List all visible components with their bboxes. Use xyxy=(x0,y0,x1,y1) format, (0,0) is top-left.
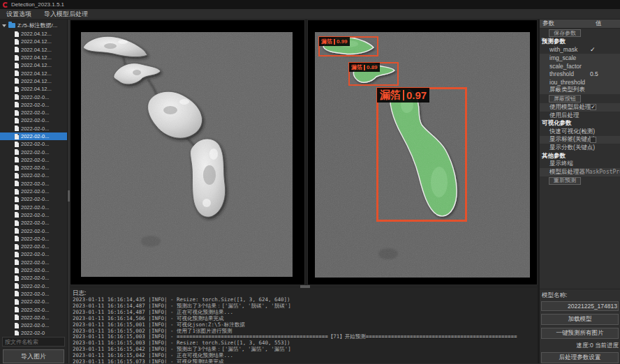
horizontal-scrollbar[interactable] xyxy=(70,285,538,288)
tree-item[interactable]: 2022-02-0... xyxy=(0,204,67,211)
param-row[interactable]: 显示标签(关键点) xyxy=(540,136,620,144)
file-icon xyxy=(15,331,19,335)
load-model-button[interactable]: 加载模型 xyxy=(541,314,619,325)
original-image-panel[interactable] xyxy=(70,20,305,285)
tree-item[interactable]: 2022-02-0... xyxy=(0,125,67,132)
prediction-image-panel[interactable]: 漏箔0.99漏箔0.89漏箔0.97 xyxy=(307,20,538,285)
tree-item[interactable]: 2022-02-0... xyxy=(0,148,67,156)
tree-item-label: 2022-02-0... xyxy=(21,314,49,321)
tree-item[interactable]: 2022.04.12... xyxy=(0,61,67,69)
filename-search-input[interactable] xyxy=(2,337,65,347)
tree-item[interactable]: 2022-02-0... xyxy=(0,156,67,164)
postprocess-settings-button[interactable]: 后处理参数设置 xyxy=(541,352,619,363)
param-button[interactable]: 屏蔽按钮 xyxy=(549,95,581,103)
tree-item[interactable]: 2022-02-0... xyxy=(0,290,67,298)
tree-item[interactable]: 2022-02-0... xyxy=(0,282,67,290)
param-row[interactable]: 显示分数(关键点) xyxy=(540,144,620,152)
tree-item[interactable]: 2022.04.12... xyxy=(0,30,67,38)
scrollbar-handle[interactable] xyxy=(300,285,310,288)
tree-item[interactable]: 2022-02-0... xyxy=(0,172,67,179)
tree-item[interactable]: 2022-02-0... xyxy=(0,132,67,140)
tree-item[interactable]: 2022-02-0... xyxy=(0,321,67,329)
detection-label: 漏箔0.97 xyxy=(377,88,429,103)
tree-item[interactable]: 2022-02-0... xyxy=(0,195,67,203)
param-row[interactable]: 使用模型后处理✓ xyxy=(540,103,620,112)
param-row[interactable]: img_scale xyxy=(540,54,620,62)
tree-item[interactable]: 2022-02-0... xyxy=(0,259,67,266)
param-section-row: 可视化参数 xyxy=(540,119,620,128)
tree-item[interactable]: 2022-02-0... xyxy=(0,116,67,124)
tree-item[interactable]: 2022-02-0... xyxy=(0,101,67,109)
tree-item[interactable]: 2022.04.12... xyxy=(0,85,67,93)
param-row[interactable]: 模型后处理器MaskPostPro xyxy=(540,168,620,176)
tree-item[interactable]: 2022.04.12... xyxy=(0,69,67,77)
param-button[interactable]: 重新预测 xyxy=(549,177,581,185)
log-area[interactable]: 日志: 2023-01-11 16:16:14,435 |INFO| - Res… xyxy=(70,288,538,363)
menu-item-import-postprocess[interactable]: 导入模型后处理 xyxy=(38,9,94,19)
tree-item-label: 2022-02-0... xyxy=(21,322,49,328)
value-column-header: 值 xyxy=(596,20,602,28)
checkbox-checked[interactable]: ✓ xyxy=(590,104,596,110)
tree-item[interactable]: 2022.04.12... xyxy=(0,38,67,45)
param-row[interactable]: iou_threshold xyxy=(540,78,620,86)
tree-item[interactable]: 2022-02-0... xyxy=(0,266,67,274)
expand-arrow-icon[interactable] xyxy=(2,24,6,27)
label-separator xyxy=(364,65,365,70)
param-label: 显示分数(关键点) xyxy=(549,144,595,152)
tree-item[interactable]: 2022.04.12... xyxy=(0,54,67,61)
tree-item[interactable]: 2022-02-0... xyxy=(0,219,67,227)
file-tree[interactable]: Z:/5-标注数据/... 2022.04.12...2022.04.12...… xyxy=(0,20,67,335)
param-label: threshold xyxy=(549,70,574,77)
file-icon xyxy=(15,126,19,131)
tree-item-label: 2022-02-0... xyxy=(21,172,49,179)
file-icon xyxy=(15,197,19,202)
predict-all-button[interactable]: 一键预测所有图片 xyxy=(541,328,619,339)
model-section: 模型名称: 20221225_174813 加载模型 一键预测所有图片 速度:0… xyxy=(540,289,620,363)
tree-item[interactable]: 2022-02-0... xyxy=(0,227,67,234)
param-row[interactable]: 屏蔽类型列表 xyxy=(540,86,620,95)
param-row[interactable]: with_mask✓ xyxy=(540,46,620,54)
tree-item-label: 2022-02-0... xyxy=(21,204,49,211)
tree-item[interactable]: 2022-02-0... xyxy=(0,93,67,100)
tree-item[interactable]: 2022-02-0... xyxy=(0,305,67,313)
param-row[interactable]: 显示终端 xyxy=(540,160,620,168)
tree-item[interactable]: 2022-02-0... xyxy=(0,140,67,148)
file-icon xyxy=(15,118,19,123)
tree-item-label: 2022-02-0... xyxy=(21,267,49,273)
tree-item[interactable]: 2022-02-0... xyxy=(0,109,67,116)
tree-item[interactable]: 2022-02-0... xyxy=(0,180,67,188)
tree-item[interactable]: 2022-02-0... xyxy=(0,243,67,250)
param-button[interactable]: 保存参数 xyxy=(549,29,581,37)
menu-item-settings[interactable]: 设置选项 xyxy=(0,9,38,19)
file-icon xyxy=(15,39,19,45)
file-sidebar: Z:/5-标注数据/... 2022.04.12...2022.04.12...… xyxy=(0,20,68,363)
detection-label: 漏箔0.99 xyxy=(319,37,350,46)
param-row[interactable]: threshold0.5 xyxy=(540,70,620,78)
tree-root-folder[interactable]: Z:/5-标注数据/... xyxy=(0,21,67,30)
file-icon xyxy=(15,149,19,155)
param-section-row: 其他参数 xyxy=(540,152,620,160)
tree-item-label: 2022-02-0... xyxy=(21,117,49,123)
param-label: 显示标签(关键点) xyxy=(549,135,595,144)
tree-item[interactable]: 2022-02-0... xyxy=(0,164,67,172)
checkbox-empty[interactable] xyxy=(590,137,596,143)
tree-item[interactable]: 2022.04.12... xyxy=(0,77,67,85)
tree-item[interactable]: 2022.04.12... xyxy=(0,46,67,54)
tree-item-label: 2022-02-0... xyxy=(21,259,49,266)
tree-item-label: 2022-02-0... xyxy=(21,181,49,187)
tree-item[interactable]: 2022-02-0... xyxy=(0,188,67,195)
tree-item-label: 2022-02-0... xyxy=(21,243,49,250)
tree-item[interactable]: 2022-02-0... xyxy=(0,314,67,321)
tree-item[interactable]: 2022-02-0... xyxy=(0,235,67,243)
param-row[interactable]: 使用后处理 xyxy=(540,112,620,120)
tree-item[interactable]: 2022-02-0 xyxy=(0,329,67,335)
import-images-button[interactable]: 导入图片 xyxy=(3,349,64,363)
tree-item[interactable]: 2022-02-0... xyxy=(0,298,67,305)
tree-item[interactable]: 2022-02-0... xyxy=(0,211,67,219)
detection-score: 0.99 xyxy=(337,38,348,45)
param-row[interactable]: 快速可视化(检测) xyxy=(540,128,620,136)
model-name-field[interactable]: 20221225_174813 xyxy=(541,301,619,311)
tree-item[interactable]: 2022-02-0... xyxy=(0,274,67,282)
param-row[interactable]: scale_factor xyxy=(540,62,620,70)
tree-item[interactable]: 2022-02-0... xyxy=(0,250,67,258)
